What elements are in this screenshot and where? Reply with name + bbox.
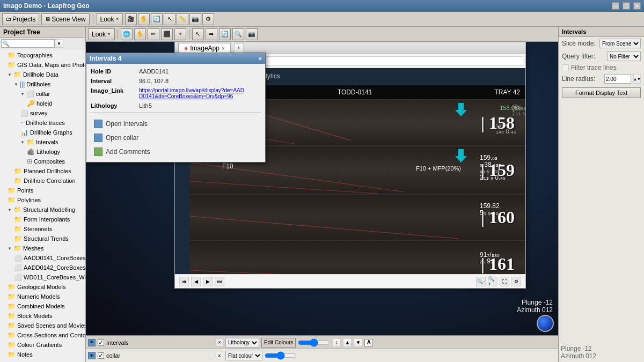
arrow-btn[interactable]: ↖ <box>192 28 204 40</box>
sidebar-item-meshes[interactable]: ▼📁Meshes <box>0 243 85 253</box>
sidebar-item-wd011[interactable]: ⬜WD011_CoreBoxes_Wet <box>0 272 85 282</box>
layer-eye-intervals[interactable]: 👁 <box>88 339 96 346</box>
browser-tab-close[interactable]: × <box>222 46 225 51</box>
layer-check-intervals[interactable]: ✓ <box>98 339 104 346</box>
sidebar-item-stereonets[interactable]: 📁Stereonets <box>0 224 85 234</box>
layer-label-btn[interactable]: A <box>364 339 373 346</box>
layer-close-collar[interactable]: × <box>216 352 223 359</box>
settings-btn[interactable]: ⚙ <box>202 13 214 25</box>
bottom-panel: 👁 ✓ Intervals × Lithology Edit Colours ↕… <box>86 335 558 362</box>
sidebar-item-lithology[interactable]: 🪨Lithology <box>0 147 85 157</box>
add-comments-button[interactable]: Add Comments <box>91 146 261 158</box>
sidebar-item-holeid[interactable]: 🔑holeid <box>0 99 85 108</box>
sidebar-item-structural[interactable]: ▼📁Structural Modelling <box>0 205 85 215</box>
popup-close-button[interactable]: × <box>259 55 262 62</box>
zoom-btn[interactable]: 🔍 <box>232 28 244 40</box>
rotate-btn[interactable]: 🔄 <box>219 28 231 40</box>
sidebar-item-drillhole-data[interactable]: ▼📁Drillhole Data <box>0 70 85 79</box>
select-btn[interactable]: ↖ <box>164 13 175 25</box>
measure-btn[interactable]: 📏 <box>177 13 188 25</box>
sidebar-item-correlation[interactable]: 📁Drillhole Correlation <box>0 176 85 186</box>
camera-btn2[interactable]: 📷 <box>246 28 258 40</box>
minimize-button[interactable]: — <box>612 2 619 10</box>
sidebar-item-block[interactable]: 📁Block Models <box>0 311 85 321</box>
query-filter-select[interactable]: No Filter <box>607 51 641 61</box>
sidebar-item-numeric[interactable]: 📁Numeric Models <box>0 292 85 301</box>
sidebar-item-geological[interactable]: 📁Geological Models <box>0 282 85 292</box>
sidebar-item-aadd0141[interactable]: ⬜AADD0141_CoreBoxes_We <box>0 253 85 263</box>
line-radius-input[interactable] <box>604 74 631 84</box>
scene-view-button[interactable]: 🖥 Scene View <box>41 13 89 25</box>
layer-up-btn[interactable]: ▲ <box>343 338 352 347</box>
collar-opacity-slider[interactable] <box>265 352 297 359</box>
sidebar-item-collar[interactable]: ▼⬜collar <box>0 89 85 99</box>
browser-fullscreen[interactable]: ⛶ <box>500 277 509 286</box>
popup-imago-link-value[interactable]: https://portal.imago.live/api/display?de… <box>139 87 246 99</box>
sidebar-search-button[interactable]: ▼ <box>55 39 63 48</box>
layer-opacity-slider[interactable] <box>298 339 330 346</box>
sidebar-item-composites[interactable]: ⊞Composites <box>0 157 85 166</box>
sidebar-search-input[interactable] <box>1 39 55 48</box>
browser-skip-start[interactable]: ⏮ <box>179 277 189 286</box>
sidebar-item-intervals[interactable]: ▼📁Intervals <box>0 137 85 147</box>
sidebar-item-survey[interactable]: ⬜survey <box>0 108 85 118</box>
browser-next[interactable]: ▶ <box>203 277 213 286</box>
sidebar-item-gis[interactable]: 📁GIS Data, Maps and Photos <box>0 60 85 70</box>
layer-arrows-btn[interactable]: ↕ <box>332 338 341 347</box>
browser-zoom-out[interactable]: 🔍- <box>476 277 486 286</box>
hand-btn[interactable]: ✋ <box>134 28 146 40</box>
move-btn[interactable]: ➡ <box>206 28 217 40</box>
layer-close-intervals[interactable]: × <box>216 339 223 346</box>
main-toolbar: 🗂 Projects 🖥 Scene View Look ▼ 🎥 ✋ 🔄 ↖ 📏… <box>0 12 644 27</box>
colour-mode-select[interactable]: Flat colour <box>225 351 262 360</box>
sidebar-item-topographies[interactable]: 📁Topographies <box>0 50 85 60</box>
sidebar-item-points[interactable]: 📁Points <box>0 186 85 195</box>
pan-btn[interactable]: ✋ <box>138 13 150 25</box>
layout-dropdown[interactable]: ▼ <box>174 28 186 40</box>
layer-eye-collar[interactable]: 👁 <box>88 352 96 359</box>
draw-btn[interactable]: ✏ <box>148 28 159 40</box>
format-display-text-button[interactable]: Format Display Text <box>562 87 641 98</box>
sidebar-item-drillholes[interactable]: ▼|||Drillholes <box>0 79 85 89</box>
sidebar-item-structural-trends[interactable]: 📁Structural Trends <box>0 234 85 243</box>
filter-trace-checkbox[interactable] <box>562 64 569 71</box>
close-button[interactable]: × <box>633 2 641 10</box>
slice-mode-select[interactable]: From Scene <box>599 39 641 48</box>
browser-tab[interactable]: ● ImageApp × <box>178 43 231 53</box>
sidebar-item-notes[interactable]: 📁Notes <box>0 350 85 359</box>
sidebar-item-colour-gradients[interactable]: 📁Colour Gradients <box>0 340 85 350</box>
browser-zoom-in[interactable]: 🔍+ <box>488 277 497 286</box>
sidebar-item-combined[interactable]: 📁Combined Models <box>0 301 85 311</box>
projects-button[interactable]: 🗂 Projects <box>2 13 39 25</box>
screenshot-btn[interactable]: 📷 <box>189 13 201 25</box>
viewport-3d[interactable]: Intervals 4 × Hole ID AADD0141 Interval … <box>86 42 558 335</box>
rotate-btn[interactable]: 🔄 <box>151 13 163 25</box>
edit-colours-button[interactable]: Edit Colours <box>261 338 296 348</box>
sidebar-item-aadd0142[interactable]: ⬜AADD0142_CoreBoxes_We <box>0 263 85 272</box>
line-radius-spinner[interactable]: ▲▼ <box>633 74 641 84</box>
maximize-button[interactable]: □ <box>623 2 630 10</box>
browser-prev[interactable]: ◀ <box>191 277 201 286</box>
sidebar-item-saved-scenes[interactable]: 📁Saved Scenes and Movies <box>0 321 85 330</box>
open-intervals-button[interactable]: Open Intervals <box>91 118 261 130</box>
sidebar-item-drillhole-graphs[interactable]: 📊Drillhole Graphs <box>0 128 85 137</box>
browser-settings[interactable]: ⚙ <box>511 277 521 286</box>
sidebar-item-cross-sections[interactable]: 📁Cross Sections and Contours <box>0 330 85 340</box>
sidebar-item-drillhole-traces[interactable]: ~Drillhole traces <box>0 118 85 128</box>
open-collar-button[interactable]: Open collar <box>91 132 261 144</box>
new-tab-button[interactable]: + <box>234 43 244 53</box>
layer-check-collar[interactable]: ✓ <box>98 352 104 359</box>
layout-btn[interactable]: ⬛ <box>161 28 173 40</box>
camera-btn[interactable]: 🎥 <box>125 13 137 25</box>
look-button[interactable]: Look ▼ <box>97 13 123 25</box>
sidebar-item-polylines[interactable]: 📁Polylines <box>0 195 85 205</box>
line-radius-label: Line radius: <box>562 75 602 83</box>
scene-btn[interactable]: 🌐 <box>121 28 133 40</box>
look-dropdown[interactable]: Look▼ <box>88 28 115 40</box>
sidebar-item-form-interpolants[interactable]: 📁Form Interpolants <box>0 215 85 224</box>
layer-down-btn[interactable]: ▼ <box>354 338 362 347</box>
colour-field-select[interactable]: Lithology <box>225 338 259 348</box>
sidebar-item-planned[interactable]: 📁Planned Drillholes <box>0 166 85 176</box>
browser-skip-end[interactable]: ⏭ <box>215 277 224 286</box>
popup-imago-link-label: Imago_Link <box>91 87 139 94</box>
